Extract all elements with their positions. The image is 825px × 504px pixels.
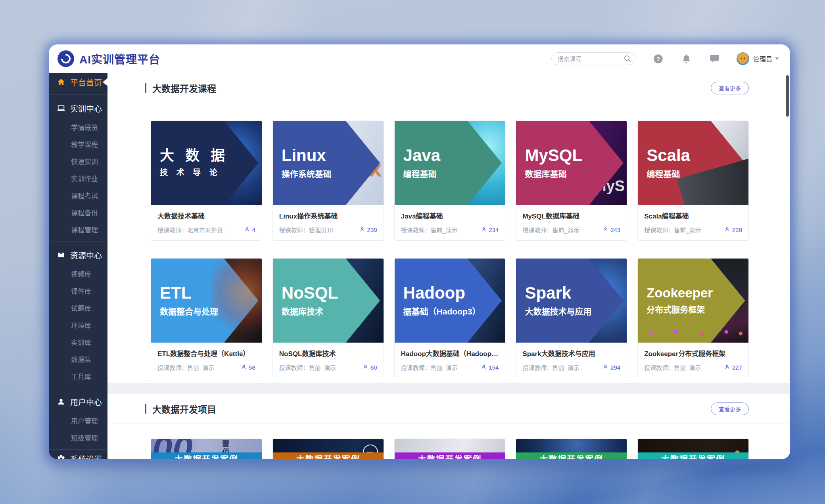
- course-card[interactable]: Hadoop据基础（Hadoop3）Hadoop大数据基础（Hadoop3）授课…: [394, 258, 506, 378]
- user-icon: [57, 397, 65, 406]
- course-image-subtitle: 据基础（Hadoop3）: [403, 305, 505, 317]
- sidebar-subitem-training-center-2[interactable]: 快速实训: [49, 153, 107, 170]
- course-meta: 授课教师：北京市对外贸易学校教...4: [157, 226, 255, 234]
- course-card[interactable]: Zookeeper分布式服务框架Zookeeper分布式服务框架授课教师：售前_…: [637, 258, 749, 378]
- view-more-button[interactable]: 查看更多: [711, 82, 749, 94]
- course-image-subtitle: 大数据技术与应用: [525, 305, 627, 317]
- main-content: 大数据开发课程 查看更多 大 数 据技 术 导 论大数据技术基础授课教师：北京市…: [107, 73, 790, 459]
- person-icon: [481, 226, 487, 234]
- sidebar-subitem-training-center-6[interactable]: 课程管理: [49, 221, 107, 238]
- student-count: 294: [602, 364, 620, 371]
- course-image-chevron: Java编程基础: [395, 121, 505, 205]
- project-banner: 大数据开发案例: [395, 452, 505, 459]
- course-card-image: 大 数 据技 术 导 论: [151, 121, 262, 205]
- sidebar-subitem-training-center-3[interactable]: 实训作业: [49, 170, 107, 187]
- sidebar-subitem-resource-center-2[interactable]: 试题库: [49, 299, 107, 316]
- scrollbar-thumb[interactable]: [786, 75, 789, 117]
- course-card[interactable]: Scala编程基础Scala编程基础授课教师：售前_演示228: [637, 121, 749, 241]
- sidebar-item-user-center[interactable]: 用户中心: [49, 391, 107, 412]
- course-card-image: Spark大数据技术与应用: [516, 259, 627, 343]
- teacher-name: 售前_演示: [552, 227, 579, 234]
- user-name: 管理员: [753, 54, 772, 63]
- student-count-value: 58: [249, 364, 255, 371]
- sidebar-item-platform-home[interactable]: 平台首页: [49, 73, 107, 91]
- project-card[interactable]: 大数据开发案例: [394, 439, 506, 459]
- student-count-value: 294: [610, 364, 620, 371]
- search-icon[interactable]: [623, 54, 631, 63]
- app-title: AI实训管理平台: [79, 51, 160, 67]
- student-count-value: 234: [489, 226, 499, 233]
- student-count: 4: [244, 226, 255, 234]
- student-count-value: 243: [610, 226, 620, 233]
- course-meta: 授课教师：售前_演示154: [401, 363, 499, 372]
- project-card[interactable]: 00壹佰大数据开发案例: [151, 439, 262, 459]
- sidebar-subitem-training-center-5[interactable]: 课程备份: [49, 204, 107, 221]
- active-item-marker: [103, 78, 107, 86]
- project-banner: 大数据开发案例: [273, 452, 384, 459]
- help-icon[interactable]: ?: [653, 54, 664, 64]
- course-card[interactable]: 大 数 据技 术 导 论大数据技术基础授课教师：北京市对外贸易学校教...4: [151, 121, 262, 241]
- user-menu[interactable]: 管理员: [737, 52, 779, 65]
- view-more-button[interactable]: 查看更多: [711, 402, 749, 415]
- section-accent-bar: [145, 83, 146, 93]
- project-section-header: 大数据开发项目 查看更多: [107, 394, 790, 424]
- sidebar-item-resource-center[interactable]: 资源中心: [49, 245, 107, 265]
- teacher-name: 售前_演示: [431, 364, 458, 371]
- teacher-name: 北京市对外贸易学校教...: [187, 227, 232, 234]
- course-card[interactable]: Java编程基础Java编程基础授课教师：售前_演示234: [394, 121, 506, 241]
- sidebar-divider: [49, 388, 107, 388]
- project-card[interactable]: 大数据开发案例: [637, 439, 749, 459]
- course-image-subtitle: 数据整合与处理: [160, 305, 262, 317]
- course-teacher: 授课教师：售前_演示: [644, 363, 701, 372]
- sidebar-subitem-resource-center-1[interactable]: 课件库: [49, 282, 107, 299]
- course-title: 大数据技术基础: [157, 211, 255, 220]
- sidebar-subitem-resource-center-4[interactable]: 实训库: [49, 333, 107, 351]
- course-card-body: MySQL数据库基础授课教师：售前_演示243: [516, 205, 627, 240]
- sidebar-subitem-training-center-1[interactable]: 教学课程: [49, 136, 107, 153]
- sidebar-subitem-training-center-0[interactable]: 学情概览: [49, 119, 107, 136]
- teacher-name: 售前_演示: [309, 364, 336, 371]
- course-card[interactable]: Spark大数据技术与应用Spark大数据技术与应用授课教师：售前_演示294: [516, 258, 627, 378]
- student-count-value: 154: [489, 364, 499, 371]
- course-card[interactable]: inuxLinux操作系统基础Linux操作系统基础授课教师：管理员10239: [272, 121, 384, 241]
- sidebar-item-training-center[interactable]: 实训中心: [49, 98, 107, 119]
- course-image-title: Spark: [525, 284, 627, 302]
- gear-icon: [57, 454, 65, 459]
- course-title: Zookeeper分布式服务框架: [644, 348, 742, 358]
- bell-icon[interactable]: [681, 54, 692, 64]
- student-count-value: 228: [732, 226, 742, 233]
- course-card-body: Java编程基础授课教师：售前_演示234: [395, 205, 505, 240]
- project-card[interactable]: •••大数据开发案例: [272, 439, 384, 459]
- sidebar-subitem-resource-center-5[interactable]: 数据集: [49, 351, 107, 368]
- course-image-title: MySQL: [525, 147, 627, 164]
- app-window: AI实训管理平台 ? 管理员 平: [49, 44, 790, 459]
- course-card-image: Zookeeper分布式服务框架: [638, 259, 748, 343]
- course-teacher: 授课教师：北京市对外贸易学校教...: [157, 226, 232, 234]
- sidebar-subitem-user-center-0[interactable]: 用户管理: [49, 412, 107, 429]
- search-input[interactable]: [552, 53, 635, 65]
- course-title: Spark大数据技术与应用: [522, 348, 620, 358]
- section-gap: [107, 383, 790, 394]
- course-card[interactable]: NoSQL数据库技术NoSQL数据库技术授课教师：售前_演示60: [272, 258, 384, 378]
- course-card-body: Zookeeper分布式服务框架授课教师：售前_演示227: [638, 343, 748, 378]
- person-icon: [359, 226, 365, 234]
- course-image-title: Hadoop: [403, 284, 505, 302]
- chat-icon[interactable]: [709, 54, 720, 64]
- teacher-name: 售前_演示: [674, 227, 701, 234]
- course-image-subtitle: 数据库技术: [282, 305, 384, 317]
- course-image-subtitle: 分布式服务框架: [647, 303, 748, 315]
- sidebar-item-label: 资源中心: [70, 249, 102, 261]
- sidebar-item-system-settings[interactable]: 系统设置: [49, 450, 107, 459]
- project-card[interactable]: 大数据开发案例: [516, 439, 627, 459]
- course-title: Hadoop大数据基础（Hadoop3）: [401, 348, 499, 358]
- sidebar-subitem-training-center-4[interactable]: 课程考试: [49, 187, 107, 204]
- course-card[interactable]: ETL数据整合与处理ETL数据整合与处理（Kettle）授课教师：售前_演示58: [151, 258, 262, 378]
- sidebar-subitem-user-center-1[interactable]: 班级管理: [49, 429, 107, 446]
- course-image-chevron: Linux操作系统基础: [273, 121, 384, 205]
- course-card[interactable]: MySMySQL数据库基础MySQL数据库基础授课教师：售前_演示243: [516, 121, 627, 241]
- sidebar-divider: [49, 94, 107, 95]
- sidebar-subitem-resource-center-0[interactable]: 视频库: [49, 265, 107, 282]
- sidebar-subitem-resource-center-6[interactable]: 工具库: [49, 368, 107, 385]
- sidebar-subitem-resource-center-3[interactable]: 环境库: [49, 316, 107, 333]
- teacher-label: 授课教师：: [279, 364, 309, 371]
